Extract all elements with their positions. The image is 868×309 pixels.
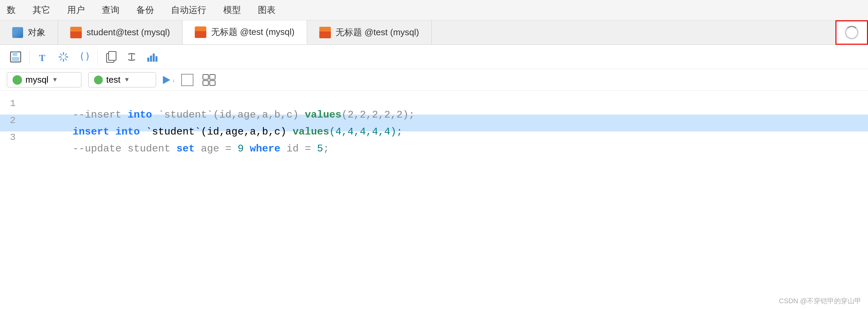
code-line-3-content: --update student set age = 9 where id = … [24, 131, 329, 166]
code-space-3 [244, 143, 250, 154]
tab-untitled-1-label: 无标题 @test (mysql) [211, 26, 295, 38]
format-button[interactable]: T [34, 48, 52, 66]
chart-icon [146, 51, 158, 63]
play-icon [163, 76, 170, 84]
svg-rect-18 [153, 54, 155, 62]
copy-button[interactable] [102, 48, 120, 66]
db-chevron-icon: ▼ [52, 76, 58, 83]
menu-item-shu[interactable]: 数 [7, 4, 16, 16]
main-content: 对象 student@test (mysql) 无标题 @test (mysql… [0, 20, 868, 309]
code-where-3: where [250, 143, 280, 154]
line-number-1: 1 [7, 98, 24, 109]
snippet-button[interactable] [123, 48, 140, 66]
svg-line-9 [65, 58, 67, 60]
tab-object-label: 对象 [28, 26, 45, 38]
code-id-3: id = [280, 143, 317, 154]
spinner-icon [845, 26, 858, 39]
schema-chevron-icon: ▼ [124, 76, 130, 83]
svg-rect-21 [210, 75, 215, 79]
format-icon: T [37, 51, 49, 63]
tab-bar: 对象 student@test (mysql) 无标题 @test (mysql… [0, 20, 868, 45]
save-icon [10, 51, 22, 63]
toolbar-separator-1 [29, 50, 30, 64]
svg-rect-20 [203, 75, 208, 79]
chart-button[interactable] [143, 48, 161, 66]
tab-untitled-2[interactable]: 无标题 @test (mysql) [307, 20, 432, 44]
mysql-icon-2 [195, 26, 206, 38]
svg-rect-19 [155, 56, 157, 62]
db-selector[interactable]: mysql ▼ [7, 72, 81, 87]
mysql-icon-1 [70, 27, 82, 38]
stop-button[interactable] [181, 74, 193, 86]
wrap-icon: () [78, 51, 90, 63]
run-button[interactable]: ᵢ [163, 76, 174, 84]
loading-indicator [835, 20, 868, 45]
svg-rect-23 [210, 81, 215, 85]
run-cursor-label: ᵢ [173, 76, 174, 84]
code-set-3: set [176, 143, 195, 154]
explain-icon [202, 74, 216, 86]
object-icon [12, 27, 23, 38]
svg-text:(): () [79, 51, 90, 62]
copy-icon [105, 51, 117, 63]
menu-item-chaxun[interactable]: 查询 [102, 4, 119, 16]
code-9-3: 9 [238, 143, 244, 154]
menu-item-qita[interactable]: 其它 [33, 4, 50, 16]
svg-line-11 [60, 58, 62, 60]
tab-student-label: student@test (mysql) [87, 27, 170, 38]
code-line-2: 2 insert into `student`(id,age,a,b,c) va… [0, 115, 868, 131]
db-label: mysql [25, 75, 49, 85]
menu-item-zidong[interactable]: 自动运行 [171, 4, 206, 16]
code-age-3: age = [195, 143, 238, 154]
line-number-2: 2 [7, 115, 24, 126]
svg-text:T: T [39, 53, 45, 63]
menu-item-moxing[interactable]: 模型 [223, 4, 241, 16]
save-button[interactable] [7, 48, 24, 66]
toolbar-separator-2 [97, 50, 98, 64]
wrap-button[interactable]: () [75, 48, 93, 66]
schema-icon [94, 76, 103, 84]
magic-button[interactable] [55, 48, 72, 66]
explain-button[interactable] [200, 71, 218, 89]
svg-rect-14 [109, 52, 116, 60]
svg-rect-16 [147, 58, 149, 62]
mysql-icon-3 [319, 27, 331, 38]
toolbar: T () [0, 45, 868, 69]
snippet-icon [126, 51, 138, 63]
code-vals-2: (4,4,4,4,4); [329, 126, 402, 138]
code-comment-3a: --update student [73, 143, 176, 154]
svg-rect-17 [150, 56, 152, 62]
code-line-3: 3 --update student set age = 9 where id … [0, 131, 868, 148]
svg-rect-22 [203, 81, 208, 85]
schema-label: test [106, 75, 120, 85]
tab-untitled-2-label: 无标题 @test (mysql) [336, 26, 419, 38]
code-semi-3: ; [323, 143, 329, 154]
svg-line-8 [60, 54, 62, 56]
tab-untitled-1[interactable]: 无标题 @test (mysql) [183, 20, 307, 44]
tab-student[interactable]: student@test (mysql) [58, 20, 183, 44]
tab-object[interactable]: 对象 [0, 20, 58, 44]
code-line-1: 1 --insert into `student`(id,age,a,b,c) … [0, 98, 868, 115]
code-editor[interactable]: 1 --insert into `student`(id,age,a,b,c) … [0, 91, 868, 309]
svg-line-10 [65, 54, 67, 56]
schema-selector[interactable]: test ▼ [88, 72, 156, 87]
svg-rect-2 [12, 57, 19, 61]
svg-rect-1 [13, 52, 17, 56]
db-icon [13, 75, 22, 85]
menu-item-yonghu[interactable]: 用户 [67, 4, 85, 16]
magic-icon [57, 51, 70, 63]
code-5-3: 5 [317, 143, 323, 154]
menu-item-tubiao[interactable]: 图表 [258, 4, 276, 16]
menu-bar: 数 其它 用户 查询 备份 自动运行 模型 图表 [0, 0, 868, 20]
query-bar: mysql ▼ test ▼ ᵢ [0, 69, 868, 91]
watermark: CSDN @不穿铠甲的穿山甲 [779, 296, 861, 306]
line-number-3: 3 [7, 132, 24, 143]
menu-item-beifen[interactable]: 备份 [136, 4, 154, 16]
